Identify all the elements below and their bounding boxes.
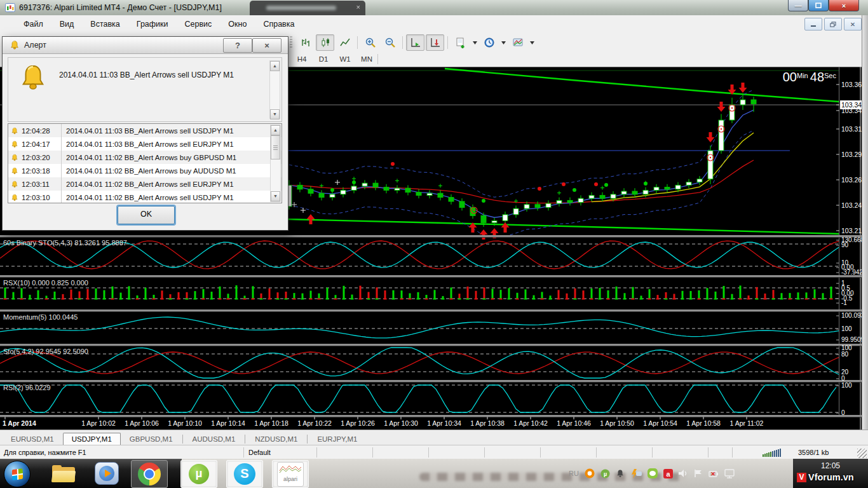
utorrent-tray-icon[interactable]: µ [600, 469, 610, 478]
status-profile[interactable]: Default [248, 445, 271, 459]
templates-dropdown-icon[interactable] [528, 35, 536, 50]
svg-text:100: 100 [841, 325, 852, 332]
taskbar-media-player-button[interactable] [89, 460, 125, 487]
ok-button[interactable]: OK [118, 206, 175, 224]
svg-text:1 Apr 10:22: 1 Apr 10:22 [297, 419, 332, 427]
bell-icon [10, 40, 20, 50]
templates-button[interactable] [508, 34, 527, 51]
menu-item-Графики[interactable]: Графики [128, 15, 177, 33]
menu-item-Сервис[interactable]: Сервис [177, 15, 220, 33]
menu-item-Окно[interactable]: Окно [220, 15, 255, 33]
title-bar[interactable]: 6917376: Alpari Limited MT4 - Демо Счет … [0, 0, 868, 16]
svg-text:1 Apr 2014: 1 Apr 2014 [3, 419, 36, 427]
alert-message: 2014.04.01 11:03 BB_Alert Arrows sell US… [59, 71, 262, 79]
line-tray-icon[interactable] [648, 468, 658, 478]
svg-text:✕: ✕ [710, 471, 715, 477]
start-button[interactable] [4, 461, 31, 487]
timeframe-button-H4[interactable]: H4 [291, 53, 313, 65]
alert-time: 12:03:11 [22, 180, 61, 188]
close-icon[interactable]: × [356, 3, 360, 11]
alert-close-button[interactable]: × [252, 38, 281, 53]
scroll-down-icon[interactable]: ▼ [271, 191, 280, 201]
zoom-in-button[interactable] [361, 34, 379, 51]
chart-tab-EURJPY,M1[interactable]: EURJPY,M1 [308, 433, 366, 445]
alert-dialog-titlebar[interactable]: Алерт ? × [3, 37, 288, 54]
app-icon [5, 3, 15, 13]
alert-list-item[interactable]: 12:04:282014.04.01 11:03 BB_Alert Arrows… [8, 124, 281, 137]
timeframe-button-D1[interactable]: D1 [313, 53, 334, 65]
connection-signal-icon [763, 449, 781, 457]
chart-shift-button[interactable] [426, 34, 444, 51]
list-scrollbar[interactable]: ▲ ▼ [270, 125, 281, 202]
alpari-icon: alpari [277, 462, 304, 487]
battery-tray-icon[interactable]: ✕ [709, 469, 719, 478]
taskbar-alpari-button[interactable]: alpari [272, 460, 309, 488]
alert-time: 12:03:18 [22, 167, 61, 175]
svg-text:90: 90 [841, 241, 849, 248]
svg-text:1 Apr 10:30: 1 Apr 10:30 [384, 419, 418, 427]
alert-list-item[interactable]: 12:03:112014.04.01 11:02 BB_Alert Arrows… [8, 177, 281, 191]
scroll-up-icon[interactable]: ▲ [271, 125, 280, 135]
taskbar-chrome-button[interactable] [131, 460, 168, 488]
speaker-tray-icon[interactable] [679, 469, 688, 478]
chrome-icon [138, 463, 161, 485]
avast-tray-icon[interactable] [585, 468, 595, 478]
menu-item-Вид[interactable]: Вид [51, 15, 83, 33]
mdi-minimize-button[interactable] [804, 18, 822, 30]
scroll-up-icon[interactable]: ▲ [270, 61, 280, 71]
maximize-button[interactable] [808, 0, 829, 11]
alert-time: 12:04:17 [22, 140, 61, 148]
alert-list-item[interactable]: 12:04:172014.04.01 11:03 BB_Alert Arrows… [8, 137, 281, 151]
candlestick-chart-button[interactable] [316, 34, 334, 51]
zoom-out-button[interactable] [381, 34, 399, 51]
menu-item-Файл[interactable]: Файл [15, 15, 51, 33]
scroll-down-icon[interactable]: ▼ [270, 109, 280, 119]
alert-time: 12:03:10 [22, 194, 61, 201]
background-window-tab[interactable]: × [250, 1, 365, 15]
auto-scroll-button[interactable] [406, 34, 424, 51]
chart-tab-NZDUSD,M1[interactable]: NZDUSD,M1 [246, 433, 306, 445]
messenger-tray-icon[interactable] [630, 469, 642, 478]
taskbar-skype-button[interactable]: S [226, 460, 263, 488]
alpari-label: alpari [278, 476, 303, 482]
new-chart-dropdown-icon[interactable] [471, 35, 478, 50]
resize-grip[interactable] [857, 449, 867, 458]
toolbar-grip[interactable] [290, 36, 292, 49]
bar-chart-button[interactable] [296, 34, 315, 51]
alert-help-button[interactable]: ? [223, 38, 252, 53]
menu-item-Справка[interactable]: Справка [255, 15, 302, 33]
close-button[interactable]: × [829, 0, 859, 11]
bell-icon [11, 154, 18, 161]
mdi-close-button[interactable]: ✕ [844, 18, 862, 30]
periods-button[interactable] [480, 34, 498, 51]
mdi-restore-button[interactable] [824, 18, 842, 30]
periods-dropdown-icon[interactable] [499, 35, 507, 50]
message-scrollbar[interactable]: ▲ ▼ [269, 60, 280, 119]
scrollbar-thumb[interactable] [271, 135, 280, 159]
taskbar-explorer-button[interactable] [46, 460, 81, 487]
alert-list-item[interactable]: 12:03:102014.04.01 11:02 BB_Alert Arrows… [8, 191, 281, 203]
chart-tab-GBPUSD,M1[interactable]: GBPUSD,M1 [121, 433, 182, 445]
indicator-label: Sto(5,4,2) 92.9545 92.5090 [3, 348, 88, 355]
tray-language-indicator[interactable]: RU [569, 470, 579, 477]
timeframe-button-W1[interactable]: W1 [334, 53, 356, 65]
timeframe-button-MN[interactable]: MN [356, 53, 377, 65]
tray-clock[interactable]: 12:05 [793, 461, 868, 470]
chart-tab-EURUSD,M1[interactable]: EURUSD,M1 [2, 433, 63, 445]
svg-text:1 Apr 10:06: 1 Apr 10:06 [125, 419, 159, 427]
display-tray-icon[interactable] [724, 469, 735, 478]
menu-item-Вставка[interactable]: Вставка [82, 15, 128, 33]
chart-tab-AUDUSD,M1[interactable]: AUDUSD,M1 [184, 433, 245, 445]
new-chart-button[interactable] [451, 34, 470, 51]
alert-list-item[interactable]: 12:03:182014.04.01 11:02 BB_Alert Arrows… [8, 164, 281, 177]
a-red-tray-icon[interactable]: a [663, 469, 673, 478]
chart-tab-USDJPY,M1[interactable]: USDJPY,M1 [63, 433, 121, 445]
minimize-button[interactable]: — [788, 0, 808, 11]
line-chart-button[interactable] [336, 34, 354, 51]
bell-icon [11, 167, 18, 175]
bell-tray-icon[interactable] [616, 469, 625, 478]
svg-text:µ: µ [604, 471, 607, 477]
taskbar-utorrent-button[interactable]: µ [180, 460, 217, 488]
flag-tray-icon[interactable] [694, 469, 703, 478]
alert-list-item[interactable]: 12:03:202014.04.01 11:02 BB_Alert Arrows… [8, 151, 281, 164]
